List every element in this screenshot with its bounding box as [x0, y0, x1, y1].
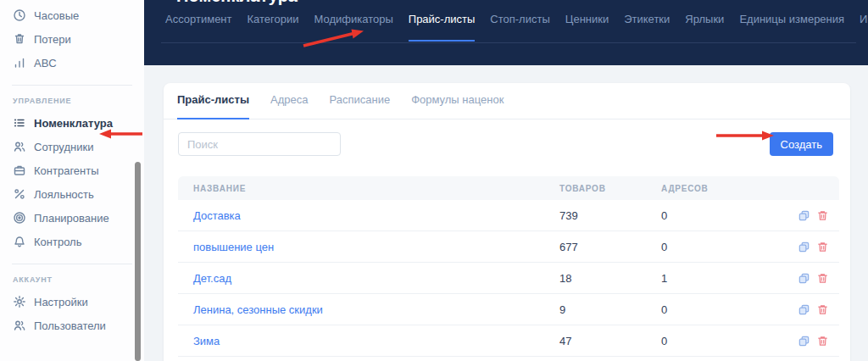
table-row: повышение цен6770 [178, 231, 839, 263]
products-count: 739 [559, 209, 661, 222]
table-header: НАЗВАНИЕ ТОВАРОВ АДРЕСОВ [178, 176, 839, 200]
sidebar: ЧасовыеПотериABCУПРАВЛЕНИЕНоменклатураСо… [0, 0, 144, 361]
sidebar-scrollbar[interactable] [135, 162, 141, 361]
header-tab-стоп-листы[interactable]: Стоп-листы [490, 14, 549, 42]
header-divider [161, 42, 856, 43]
sidebar-item-label: Контрагенты [34, 164, 99, 177]
sidebar-item-лояльность[interactable]: Лояльность [0, 182, 144, 206]
sidebar-item-потери[interactable]: Потери [0, 27, 144, 51]
sidebar-item-label: Часовые [34, 9, 79, 22]
delete-icon[interactable] [816, 335, 829, 347]
duplicate-icon[interactable] [798, 335, 810, 347]
sidebar-item-label: ABC [34, 57, 57, 69]
page-title: Номенклатура [176, 0, 298, 4]
app-window: ЧасовыеПотериABCУПРАВЛЕНИЕНоменклатураСо… [0, 0, 868, 361]
price-list-link[interactable]: Ленина, сезонные скидки [193, 303, 323, 316]
gear-icon [12, 295, 26, 309]
people-icon [12, 140, 26, 154]
addresses-count: 0 [661, 241, 785, 253]
header-tab-импорт, интеграция[interactable]: Импорт, интеграция [860, 14, 868, 42]
products-count: 47 [559, 335, 661, 347]
sidebar-item-abc[interactable]: ABC [0, 51, 144, 75]
delete-icon[interactable] [816, 209, 829, 222]
sidebar-section-label: УПРАВЛЕНИЕ [0, 95, 144, 111]
header-tab-единицы измерения[interactable]: Единицы измерения [739, 14, 844, 42]
delete-icon[interactable] [816, 272, 829, 285]
products-count: 677 [559, 241, 661, 253]
search-input[interactable] [178, 132, 341, 156]
top-header: Номенклатура АссортиментКатегорииМодифик… [144, 0, 868, 65]
card-tab-формулы наценок[interactable]: Формулы наценок [411, 94, 504, 119]
addresses-count: 1 [661, 272, 785, 285]
price-list-link[interactable]: повышение цен [193, 241, 274, 253]
header-tab-модификаторы[interactable]: Модификаторы [314, 14, 393, 42]
card-tabs: Прайс-листыАдресаРасписаниеФормулы нацен… [164, 83, 850, 119]
duplicate-icon[interactable] [798, 272, 810, 285]
sidebar-item-сотрудники[interactable]: Сотрудники [0, 135, 144, 158]
header-tab-ярлыки[interactable]: Ярлыки [685, 14, 724, 42]
list-icon [12, 116, 26, 131]
price-list-link[interactable]: Доставка [193, 209, 241, 222]
target-icon [12, 211, 26, 225]
price-lists-table: НАЗВАНИЕ ТОВАРОВ АДРЕСОВ Доставка7390пов… [178, 176, 839, 357]
price-list-link[interactable]: Дет.сад [193, 272, 231, 285]
products-count: 18 [559, 272, 661, 285]
delete-icon[interactable] [816, 303, 829, 316]
sidebar-item-настройки[interactable]: Настройки [0, 290, 144, 314]
header-tabs: АссортиментКатегорииМодификаторыПрайс-ли… [165, 14, 868, 42]
header-tab-ассортимент[interactable]: Ассортимент [165, 14, 232, 42]
trash-icon [12, 32, 26, 47]
table-row: Зима470 [178, 325, 839, 357]
table-body: Доставка7390повышение цен6770Дет.сад181Л… [178, 200, 839, 357]
price-list-link[interactable]: Зима [193, 335, 220, 347]
table-row: Ленина, сезонные скидки90 [178, 294, 839, 325]
column-header-products: ТОВАРОВ [559, 184, 661, 193]
duplicate-icon[interactable] [798, 241, 810, 253]
sidebar-divider [12, 264, 132, 264]
sidebar-section-label: АККАУНТ [0, 274, 144, 290]
products-count: 9 [559, 303, 661, 316]
column-header-name: НАЗВАНИЕ [178, 184, 559, 193]
table-row: Дет.сад181 [178, 263, 839, 294]
percent-icon [12, 187, 26, 202]
header-tab-этикетки[interactable]: Этикетки [624, 14, 670, 42]
bell-icon [12, 235, 26, 249]
sidebar-item-label: Пользователи [34, 319, 106, 332]
card-tab-прайс-листы[interactable]: Прайс-листы [177, 94, 249, 119]
price-lists-card: Прайс-листыАдресаРасписаниеФормулы нацен… [164, 83, 850, 361]
sidebar-item-часовые[interactable]: Часовые [0, 3, 144, 27]
card-tab-расписание[interactable]: Расписание [329, 94, 390, 119]
sidebar-item-label: Планирование [34, 212, 109, 225]
sidebar-item-label: Контроль [34, 236, 81, 248]
duplicate-icon[interactable] [798, 209, 810, 222]
header-tab-прайс-листы[interactable]: Прайс-листы [409, 14, 476, 42]
addresses-count: 0 [661, 303, 785, 316]
card-tab-адреса[interactable]: Адреса [270, 94, 308, 119]
sidebar-item-номенклатура[interactable]: Номенклатура [0, 111, 144, 135]
column-header-addresses: АДРЕСОВ [661, 184, 785, 193]
addresses-count: 0 [661, 209, 785, 222]
header-tab-ценники[interactable]: Ценники [565, 14, 609, 42]
addresses-count: 0 [661, 335, 785, 347]
clock-icon [12, 8, 26, 23]
sidebar-item-label: Сотрудники [34, 141, 93, 153]
header-tab-категории[interactable]: Категории [248, 14, 299, 42]
sidebar-item-планирование[interactable]: Планирование [0, 206, 144, 230]
sidebar-item-пользователи[interactable]: Пользователи [0, 314, 144, 337]
sidebar-item-контроль[interactable]: Контроль [0, 230, 144, 253]
duplicate-icon[interactable] [798, 303, 810, 316]
sidebar-item-label: Настройки [34, 296, 88, 308]
sidebar-item-label: Потери [34, 33, 71, 46]
content-area: Прайс-листыАдресаРасписаниеФормулы нацен… [144, 65, 868, 361]
sidebar-item-label: Номенклатура [34, 117, 113, 130]
delete-icon[interactable] [816, 241, 829, 253]
sidebar-item-label: Лояльность [34, 188, 94, 201]
table-row: Доставка7390 [178, 200, 839, 231]
create-button[interactable]: Создать [770, 132, 833, 156]
sidebar-divider [12, 85, 132, 86]
briefcase-icon [12, 164, 26, 178]
people-icon [12, 319, 26, 333]
bar-chart-icon [12, 56, 26, 70]
sidebar-item-контрагенты[interactable]: Контрагенты [0, 158, 144, 182]
